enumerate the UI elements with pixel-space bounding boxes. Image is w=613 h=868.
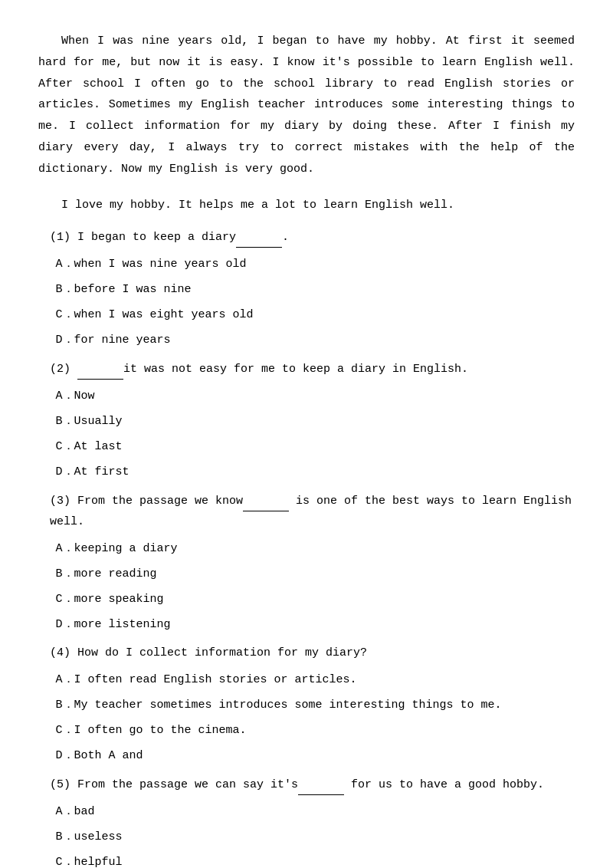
q1-option-a: A．when I was nine years old: [56, 254, 575, 275]
question-4: (4) How do I collect information for my …: [38, 643, 575, 766]
q4-option-d: D．Both A and: [56, 745, 575, 766]
q5-option-b: B．useless: [56, 827, 575, 847]
questions-container: (1) I began to keep a diary . A．when I w…: [38, 226, 575, 868]
passage-text: When I was nine years old, I began to ha…: [38, 31, 575, 179]
question-1-stem: (1) I began to keep a diary .: [50, 226, 575, 248]
love-line-text: I love my hobby. It helps me a lot to le…: [61, 199, 454, 212]
q3-number: (3) From the passage we know is one of t…: [50, 495, 572, 528]
q2-option-b: B．Usually: [56, 411, 575, 432]
passage: When I was nine years old, I began to ha…: [38, 31, 575, 179]
q1-option-d: D．for nine years: [56, 330, 575, 350]
q1-option-b: B．before I was nine: [56, 279, 575, 300]
q2-option-c: C．At last: [56, 436, 575, 457]
q5-number: (5) From the passage we can say it's for…: [50, 778, 544, 791]
q1-option-c: C．when I was eight years old: [56, 304, 575, 325]
question-4-stem: (4) How do I collect information for my …: [50, 643, 575, 663]
question-2: (2) it was not easy for me to keep a dia…: [38, 358, 575, 482]
question-2-stem: (2) it was not easy for me to keep a dia…: [50, 358, 575, 380]
question-5: (5) From the passage we can say it's for…: [38, 774, 575, 868]
q4-option-b: B．My teacher sometimes introduces some i…: [56, 695, 575, 715]
q4-number: (4) How do I collect information for my …: [50, 646, 367, 659]
q4-option-a: A．I often read English stories or articl…: [56, 669, 575, 690]
q4-option-c: C．I often go to the cinema.: [56, 720, 575, 741]
q2-option-d: D．At first: [56, 462, 575, 482]
question-5-stem: (5) From the passage we can say it's for…: [50, 774, 575, 795]
question-1: (1) I began to keep a diary . A．when I w…: [38, 226, 575, 350]
q2-option-a: A．Now: [56, 386, 575, 406]
question-3-stem: (3) From the passage we know is one of t…: [50, 490, 575, 532]
question-3: (3) From the passage we know is one of t…: [38, 490, 575, 635]
q3-option-d: D．more listening: [56, 614, 575, 635]
love-line: I love my hobby. It helps me a lot to le…: [61, 195, 575, 215]
q3-option-b: B．more reading: [56, 564, 575, 584]
q3-option-c: C．more speaking: [56, 589, 575, 610]
q3-option-a: A．keeping a diary: [56, 538, 575, 559]
q1-number: (1) I began to keep a diary .: [50, 231, 289, 244]
q2-number: (2) it was not easy for me to keep a dia…: [50, 363, 468, 376]
q5-option-a: A．bad: [56, 801, 575, 822]
q5-option-c: C．helpful: [56, 852, 575, 868]
